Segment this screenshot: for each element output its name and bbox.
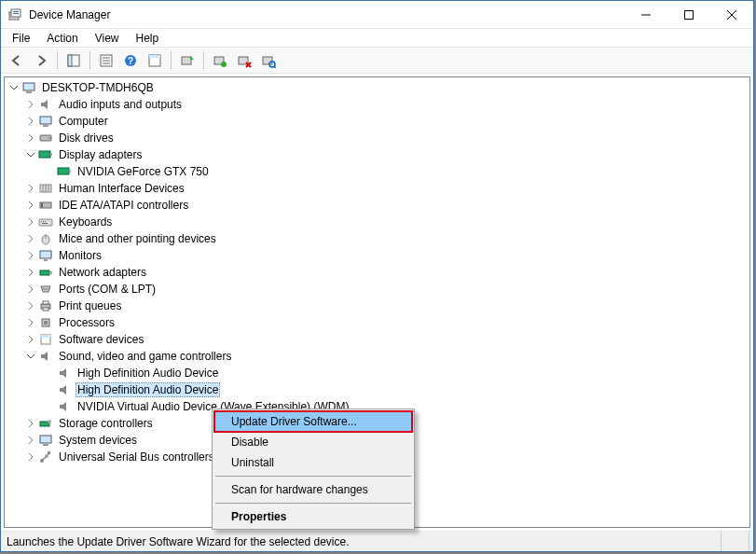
usb-icon [38,450,53,464]
expand-icon[interactable] [23,416,38,431]
tree-item-software[interactable]: Software devices [5,331,749,348]
svg-rect-46 [45,221,46,222]
ctx-scan[interactable]: Scan for hardware changes [214,479,412,500]
expand-icon[interactable] [23,298,38,313]
expand-icon[interactable] [23,450,38,464]
speaker-icon [57,366,72,381]
tree-item-label: Processors [57,316,117,329]
expand-icon[interactable] [23,315,38,330]
svg-point-55 [45,288,47,290]
close-button[interactable] [710,1,753,29]
statusbar: Launches the Update Driver Software Wiza… [1,531,753,551]
properties-button[interactable] [95,49,117,72]
expand-icon[interactable] [23,231,38,246]
expand-icon[interactable] [23,248,38,263]
svg-rect-67 [43,444,48,446]
mouse-icon [38,231,53,246]
ctx-properties[interactable]: Properties [214,506,412,527]
toolbar-separator [89,51,90,70]
collapse-icon[interactable] [23,349,38,364]
expand-icon[interactable] [23,97,38,112]
tree-item-monitors[interactable]: Monitors [5,247,749,264]
menu-file[interactable]: File [5,30,37,47]
help-button[interactable]: ? [119,49,142,72]
show-hide-tree-button[interactable] [62,49,85,72]
tree-item-label: High Definition Audio Device [76,382,220,397]
tree-item-processors[interactable]: Processors [5,314,749,331]
svg-point-56 [47,288,48,290]
tree-item-sound[interactable]: Sound, video and game controllers [5,348,749,365]
svg-rect-29 [40,117,51,124]
tree-item-audio-io[interactable]: Audio inputs and outputs [5,96,749,113]
toolbar-separator [57,51,58,70]
expand-icon[interactable] [23,282,38,297]
expand-icon[interactable] [23,198,38,213]
system-icon [38,433,53,448]
tree-item-ports[interactable]: Ports (COM & LPT) [5,281,749,298]
collapse-icon[interactable] [7,80,21,95]
minimize-button[interactable] [625,1,667,29]
svg-rect-59 [43,308,48,311]
tree-item-label: Keyboards [57,215,114,229]
tree-item-network[interactable]: Network adapters [5,264,749,281]
svg-point-65 [48,420,51,423]
svg-rect-53 [49,271,52,274]
svg-line-26 [274,66,276,68]
computer-icon [38,114,53,129]
expand-icon[interactable] [23,215,38,229]
tree-item-gtx750[interactable]: NVIDIA GeForce GTX 750 [5,163,749,180]
menu-help[interactable]: Help [129,30,167,47]
scan-hardware-button[interactable] [257,49,280,72]
tree-root[interactable]: DESKTOP-TMDH6QB [5,79,749,96]
svg-rect-50 [40,251,51,258]
menu-action[interactable]: Action [39,30,85,47]
ctx-uninstall[interactable]: Uninstall [214,452,412,473]
svg-rect-9 [68,55,72,66]
status-text: Launches the Update Driver Software Wiza… [5,532,722,551]
status-cell [722,532,749,551]
expand-icon[interactable] [23,265,38,280]
tree-item-computer[interactable]: Computer [5,113,749,130]
tree-item-label: High Definition Audio Device [76,367,220,380]
tree-item-label: Monitors [57,249,103,262]
svg-rect-36 [69,170,71,173]
tree-item-label: Human Interface Devices [57,182,186,195]
svg-rect-69 [48,451,50,454]
svg-rect-58 [43,301,48,304]
forward-button[interactable] [30,49,52,72]
menubar: File Action View Help [1,29,753,48]
svg-point-32 [48,137,50,139]
svg-text:?: ? [128,56,133,66]
svg-rect-27 [23,83,34,90]
tree-item-printq[interactable]: Print queues [5,298,749,314]
printer-icon [38,298,53,313]
expand-icon[interactable] [23,433,38,448]
back-button[interactable] [6,49,28,72]
svg-rect-34 [50,153,52,156]
ctx-disable[interactable]: Disable [214,432,412,452]
tree-item-hid[interactable]: Human Interface Devices [5,180,749,197]
tree-item-keyboards[interactable]: Keyboards [5,214,749,230]
update-driver-button[interactable] [176,49,199,72]
tree-item-disk[interactable]: Disk drives [5,130,749,146]
svg-rect-30 [43,125,48,127]
tree-item-mice[interactable]: Mice and other pointing devices [5,230,749,247]
expand-icon[interactable] [23,332,38,347]
uninstall-button[interactable] [233,49,255,72]
expand-icon[interactable] [23,181,38,196]
menu-view[interactable]: View [88,30,127,47]
ctx-update-driver[interactable]: Update Driver Software... [213,410,413,433]
svg-rect-18 [182,57,191,64]
tree-item-hda1[interactable]: High Definition Audio Device [5,365,749,381]
tree-item-label: IDE ATA/ATAPI controllers [57,199,190,212]
maximize-button[interactable] [667,1,710,29]
tree-item-hda2-selected[interactable]: High Definition Audio Device [5,381,749,398]
expand-icon[interactable] [23,114,38,129]
collapse-icon[interactable] [23,147,38,162]
tree-item-ide[interactable]: IDE ATA/ATAPI controllers [5,197,749,214]
tree-item-display[interactable]: Display adapters [5,146,749,163]
expand-icon[interactable] [23,131,38,145]
action-button[interactable] [144,49,166,72]
monitor-icon [38,248,53,263]
enable-button[interactable] [209,49,231,72]
